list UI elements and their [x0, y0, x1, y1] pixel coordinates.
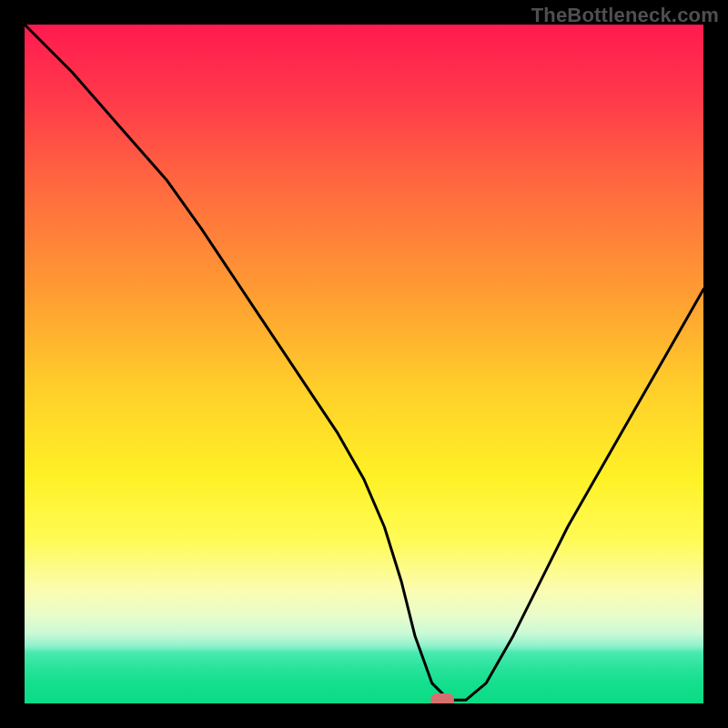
chart-frame: TheBottleneck.com [0, 0, 728, 728]
plot-area [25, 25, 703, 703]
optimal-marker [430, 693, 454, 703]
watermark-text: TheBottleneck.com [531, 4, 719, 27]
bottleneck-curve [25, 25, 703, 703]
